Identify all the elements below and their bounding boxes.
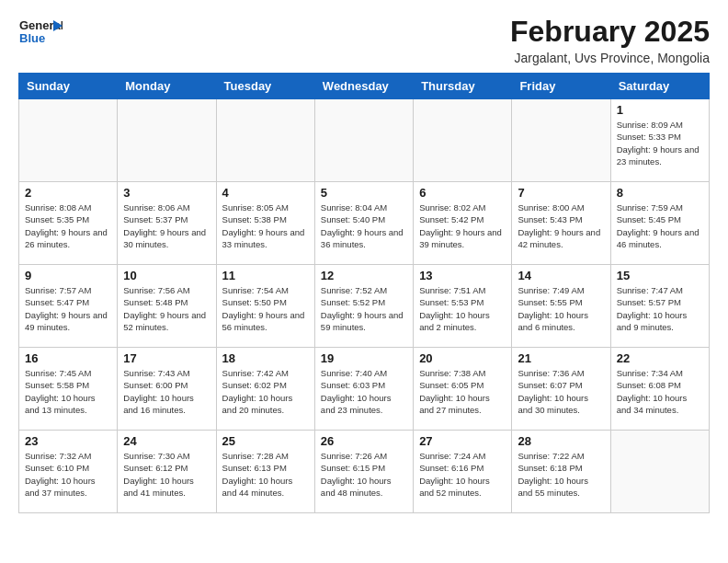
calendar-cell: 17Sunrise: 7:43 AM Sunset: 6:00 PM Dayli… bbox=[118, 348, 216, 431]
calendar-table: SundayMondayTuesdayWednesdayThursdayFrid… bbox=[18, 73, 710, 513]
calendar-cell: 22Sunrise: 7:34 AM Sunset: 6:08 PM Dayli… bbox=[610, 348, 709, 431]
calendar-week-row: 23Sunrise: 7:32 AM Sunset: 6:10 PM Dayli… bbox=[19, 431, 710, 513]
day-info: Sunrise: 8:05 AM Sunset: 5:38 PM Dayligh… bbox=[222, 201, 309, 250]
day-number: 26 bbox=[321, 434, 407, 448]
day-number: 5 bbox=[321, 186, 407, 200]
month-year-title: February 2025 bbox=[510, 15, 710, 49]
day-info: Sunrise: 7:30 AM Sunset: 6:12 PM Dayligh… bbox=[123, 450, 210, 499]
day-number: 7 bbox=[518, 186, 604, 200]
day-info: Sunrise: 8:04 AM Sunset: 5:40 PM Dayligh… bbox=[321, 201, 407, 250]
day-number: 27 bbox=[419, 434, 506, 448]
day-info: Sunrise: 7:47 AM Sunset: 5:57 PM Dayligh… bbox=[617, 284, 703, 333]
day-number: 3 bbox=[123, 186, 210, 200]
day-number: 19 bbox=[321, 351, 407, 365]
day-info: Sunrise: 7:56 AM Sunset: 5:48 PM Dayligh… bbox=[123, 284, 210, 333]
calendar-cell bbox=[512, 99, 610, 182]
calendar-cell bbox=[314, 99, 413, 182]
day-number: 14 bbox=[518, 269, 604, 282]
calendar-cell: 9Sunrise: 7:57 AM Sunset: 5:47 PM Daylig… bbox=[19, 265, 118, 348]
col-header-tuesday: Tuesday bbox=[216, 74, 314, 99]
calendar-cell: 16Sunrise: 7:45 AM Sunset: 5:58 PM Dayli… bbox=[19, 348, 118, 431]
calendar-cell: 2Sunrise: 8:08 AM Sunset: 5:35 PM Daylig… bbox=[19, 182, 118, 265]
calendar-cell: 6Sunrise: 8:02 AM Sunset: 5:42 PM Daylig… bbox=[414, 182, 512, 265]
day-number: 4 bbox=[222, 186, 309, 200]
col-header-saturday: Saturday bbox=[610, 74, 709, 99]
day-info: Sunrise: 7:45 AM Sunset: 5:58 PM Dayligh… bbox=[25, 367, 111, 416]
day-info: Sunrise: 8:00 AM Sunset: 5:43 PM Dayligh… bbox=[518, 201, 604, 250]
calendar-cell bbox=[118, 99, 216, 182]
calendar-cell: 15Sunrise: 7:47 AM Sunset: 5:57 PM Dayli… bbox=[610, 265, 709, 348]
logo-icon: General Blue bbox=[18, 15, 63, 48]
page-header: General Blue February 2025 Jargalant, Uv… bbox=[18, 15, 710, 65]
calendar-cell bbox=[414, 99, 512, 182]
calendar-cell bbox=[19, 99, 118, 182]
day-number: 13 bbox=[419, 269, 506, 282]
day-number: 25 bbox=[222, 434, 309, 448]
day-number: 12 bbox=[321, 269, 407, 282]
day-info: Sunrise: 8:09 AM Sunset: 5:33 PM Dayligh… bbox=[617, 119, 703, 167]
day-info: Sunrise: 8:08 AM Sunset: 5:35 PM Dayligh… bbox=[25, 201, 111, 250]
day-info: Sunrise: 7:59 AM Sunset: 5:45 PM Dayligh… bbox=[617, 201, 703, 250]
calendar-cell: 4Sunrise: 8:05 AM Sunset: 5:38 PM Daylig… bbox=[216, 182, 314, 265]
calendar-cell bbox=[216, 99, 314, 182]
calendar-cell: 3Sunrise: 8:06 AM Sunset: 5:37 PM Daylig… bbox=[118, 182, 216, 265]
calendar-cell: 12Sunrise: 7:52 AM Sunset: 5:52 PM Dayli… bbox=[314, 265, 413, 348]
day-number: 18 bbox=[222, 351, 309, 365]
day-number: 9 bbox=[25, 269, 111, 282]
day-number: 2 bbox=[25, 186, 111, 200]
col-header-monday: Monday bbox=[118, 74, 216, 99]
calendar-cell: 10Sunrise: 7:56 AM Sunset: 5:48 PM Dayli… bbox=[118, 265, 216, 348]
day-number: 17 bbox=[123, 351, 210, 365]
day-info: Sunrise: 7:51 AM Sunset: 5:53 PM Dayligh… bbox=[419, 284, 506, 333]
calendar-cell: 18Sunrise: 7:42 AM Sunset: 6:02 PM Dayli… bbox=[216, 348, 314, 431]
day-number: 23 bbox=[25, 434, 111, 448]
calendar-cell: 23Sunrise: 7:32 AM Sunset: 6:10 PM Dayli… bbox=[19, 431, 118, 513]
calendar-cell: 14Sunrise: 7:49 AM Sunset: 5:55 PM Dayli… bbox=[512, 265, 610, 348]
col-header-wednesday: Wednesday bbox=[314, 74, 413, 99]
day-info: Sunrise: 7:57 AM Sunset: 5:47 PM Dayligh… bbox=[25, 284, 111, 333]
calendar-cell: 11Sunrise: 7:54 AM Sunset: 5:50 PM Dayli… bbox=[216, 265, 314, 348]
day-info: Sunrise: 7:36 AM Sunset: 6:07 PM Dayligh… bbox=[518, 367, 604, 416]
day-number: 20 bbox=[419, 351, 506, 365]
calendar-cell: 20Sunrise: 7:38 AM Sunset: 6:05 PM Dayli… bbox=[414, 348, 512, 431]
calendar-cell: 26Sunrise: 7:26 AM Sunset: 6:15 PM Dayli… bbox=[314, 431, 413, 513]
svg-text:Blue: Blue bbox=[19, 31, 45, 45]
day-number: 10 bbox=[123, 269, 210, 282]
day-number: 8 bbox=[617, 186, 703, 200]
calendar-cell: 25Sunrise: 7:28 AM Sunset: 6:13 PM Dayli… bbox=[216, 431, 314, 513]
day-info: Sunrise: 7:42 AM Sunset: 6:02 PM Dayligh… bbox=[222, 367, 309, 416]
calendar-week-row: 1Sunrise: 8:09 AM Sunset: 5:33 PM Daylig… bbox=[19, 99, 710, 182]
day-info: Sunrise: 7:34 AM Sunset: 6:08 PM Dayligh… bbox=[617, 367, 703, 416]
day-number: 6 bbox=[419, 186, 506, 200]
calendar-cell: 8Sunrise: 7:59 AM Sunset: 5:45 PM Daylig… bbox=[610, 182, 709, 265]
calendar-cell: 7Sunrise: 8:00 AM Sunset: 5:43 PM Daylig… bbox=[512, 182, 610, 265]
day-number: 16 bbox=[25, 351, 111, 365]
calendar-week-row: 16Sunrise: 7:45 AM Sunset: 5:58 PM Dayli… bbox=[19, 348, 710, 431]
calendar-cell: 21Sunrise: 7:36 AM Sunset: 6:07 PM Dayli… bbox=[512, 348, 610, 431]
day-info: Sunrise: 8:02 AM Sunset: 5:42 PM Dayligh… bbox=[419, 201, 506, 250]
col-header-sunday: Sunday bbox=[19, 74, 118, 99]
calendar-cell: 1Sunrise: 8:09 AM Sunset: 5:33 PM Daylig… bbox=[610, 99, 709, 182]
calendar-cell: 5Sunrise: 8:04 AM Sunset: 5:40 PM Daylig… bbox=[314, 182, 413, 265]
day-info: Sunrise: 7:49 AM Sunset: 5:55 PM Dayligh… bbox=[518, 284, 604, 333]
calendar-week-row: 9Sunrise: 7:57 AM Sunset: 5:47 PM Daylig… bbox=[19, 265, 710, 348]
day-info: Sunrise: 7:54 AM Sunset: 5:50 PM Dayligh… bbox=[222, 284, 309, 333]
calendar-header-row: SundayMondayTuesdayWednesdayThursdayFrid… bbox=[19, 74, 710, 99]
calendar-week-row: 2Sunrise: 8:08 AM Sunset: 5:35 PM Daylig… bbox=[19, 182, 710, 265]
calendar-cell: 28Sunrise: 7:22 AM Sunset: 6:18 PM Dayli… bbox=[512, 431, 610, 513]
calendar-cell bbox=[610, 431, 709, 513]
location-subtitle: Jargalant, Uvs Province, Mongolia bbox=[510, 51, 710, 65]
calendar-cell: 13Sunrise: 7:51 AM Sunset: 5:53 PM Dayli… bbox=[414, 265, 512, 348]
logo: General Blue bbox=[18, 15, 63, 48]
day-number: 24 bbox=[123, 434, 210, 448]
day-number: 22 bbox=[617, 351, 703, 365]
day-info: Sunrise: 7:22 AM Sunset: 6:18 PM Dayligh… bbox=[518, 450, 604, 499]
col-header-friday: Friday bbox=[512, 74, 610, 99]
calendar-cell: 24Sunrise: 7:30 AM Sunset: 6:12 PM Dayli… bbox=[118, 431, 216, 513]
day-number: 1 bbox=[617, 103, 703, 117]
day-number: 21 bbox=[518, 351, 604, 365]
day-info: Sunrise: 8:06 AM Sunset: 5:37 PM Dayligh… bbox=[123, 201, 210, 250]
day-info: Sunrise: 7:40 AM Sunset: 6:03 PM Dayligh… bbox=[321, 367, 407, 416]
calendar-cell: 19Sunrise: 7:40 AM Sunset: 6:03 PM Dayli… bbox=[314, 348, 413, 431]
day-info: Sunrise: 7:26 AM Sunset: 6:15 PM Dayligh… bbox=[321, 450, 407, 499]
